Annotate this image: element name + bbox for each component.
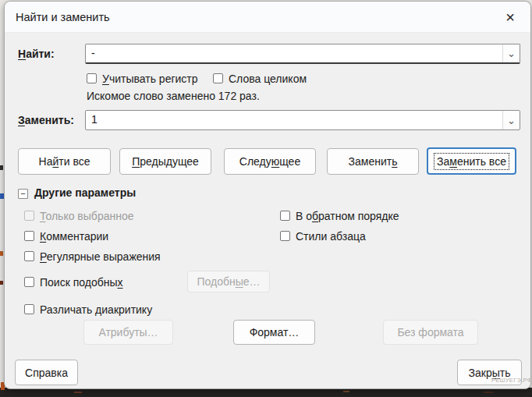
chevron-down-icon: ⌄	[507, 115, 516, 126]
background-artifact	[0, 165, 3, 170]
other-options-header: Другие параметры	[34, 186, 136, 199]
checkbox-label: Слова целиком	[229, 73, 307, 85]
close-icon[interactable]: ×	[499, 7, 521, 27]
checkbox-label: Учитывать регистр	[102, 73, 198, 85]
checkbox-similarity-search[interactable]: Поиск подобных	[24, 275, 123, 289]
checkbox-current-selection-only: Только выбранное	[24, 209, 134, 222]
dialog-title: Найти и заменить	[16, 2, 110, 33]
checkbox-label: В обратном порядке	[296, 210, 399, 222]
checkbox-comments[interactable]: Комментарии	[24, 229, 108, 243]
checkbox-box[interactable]	[280, 211, 290, 221]
checkbox-diacritic-sensitive[interactable]: Различать диакритику	[24, 303, 152, 316]
checkbox-regular-expressions[interactable]: Регулярные выражения	[24, 250, 161, 263]
collapse-icon[interactable]: −	[18, 189, 28, 199]
checkbox-label: Различать диакритику	[40, 303, 152, 316]
checkbox-box	[24, 211, 34, 221]
replace-all-button[interactable]: Заменить все	[427, 147, 516, 175]
chevron-down-icon: ⌄	[507, 48, 516, 59]
checkbox-whole-words[interactable]: Слова целиком	[213, 72, 307, 85]
checkbox-box[interactable]	[280, 231, 290, 241]
checkbox-box[interactable]	[213, 73, 223, 83]
replace-dropdown-button[interactable]: ⌄	[502, 111, 520, 129]
background-artifact	[343, 391, 349, 392]
next-button[interactable]: Следующее	[224, 148, 316, 175]
background-artifact	[0, 281, 3, 285]
replace-button[interactable]: Заменить	[327, 148, 419, 175]
checkbox-box[interactable]	[24, 251, 34, 261]
replace-label: Заменить:	[18, 110, 74, 130]
checkbox-label: Стили абзаца	[296, 230, 366, 243]
checkbox-label: Комментарии	[40, 230, 108, 243]
attributes-button: Атрибуты…	[83, 320, 173, 345]
checkbox-box[interactable]	[24, 304, 34, 314]
checkbox-label: Только выбранное	[40, 210, 134, 222]
title-bar: Найти и заменить ×	[5, 2, 530, 33]
find-dropdown-button[interactable]: ⌄	[502, 44, 520, 62]
previous-button[interactable]: Предыдущее	[119, 148, 211, 175]
background-artifact	[484, 392, 493, 393]
checkbox-label: Регулярные выражения	[40, 250, 161, 263]
find-input-value[interactable]: -	[86, 44, 502, 62]
checkbox-label: Поиск подобных	[40, 276, 123, 289]
find-and-replace-dialog: Найти и заменить × Найти: - ⌄ Учитывать …	[4, 1, 531, 389]
checkbox-paragraph-styles[interactable]: Стили абзаца	[280, 229, 366, 243]
status-message: Искомое слово заменено 172 раз.	[87, 90, 260, 102]
checkbox-backwards[interactable]: В обратном порядке	[280, 209, 399, 222]
checkbox-match-case[interactable]: Учитывать регистр	[87, 72, 198, 85]
checkbox-box[interactable]	[24, 231, 34, 241]
help-button[interactable]: Справка	[15, 360, 78, 385]
similarities-button: Подобные…	[187, 271, 270, 292]
watermark: РЕШУЕГЭ.РФ	[491, 377, 532, 384]
find-input[interactable]: - ⌄	[85, 44, 520, 64]
find-all-button[interactable]: Найти все	[18, 148, 111, 175]
replace-input[interactable]: 1 ⌄	[85, 110, 520, 130]
checkbox-box[interactable]	[87, 73, 97, 83]
replace-input-value[interactable]: 1	[86, 111, 502, 129]
background-artifact	[0, 251, 3, 256]
format-button[interactable]: Формат…	[233, 320, 315, 345]
find-label: Найти:	[18, 44, 55, 64]
no-format-button: Без формата	[383, 320, 478, 345]
background-artifact	[74, 392, 82, 393]
checkbox-box[interactable]	[24, 277, 34, 287]
